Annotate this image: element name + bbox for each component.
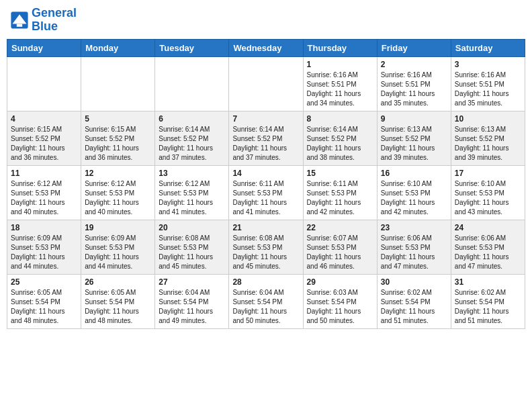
calendar-cell: 2Sunrise: 6:16 AM Sunset: 5:51 PM Daylig… — [377, 56, 451, 111]
calendar-cell: 11Sunrise: 6:12 AM Sunset: 5:53 PM Dayli… — [7, 165, 81, 220]
logo-icon — [10, 11, 29, 30]
cell-info: Sunrise: 6:15 AM Sunset: 5:52 PM Dayligh… — [85, 125, 151, 163]
calendar-week-row: 1Sunrise: 6:16 AM Sunset: 5:51 PM Daylig… — [7, 56, 525, 111]
day-number: 3 — [455, 60, 521, 69]
col-header-tuesday: Tuesday — [155, 39, 229, 56]
day-number: 6 — [159, 114, 225, 124]
calendar-cell: 25Sunrise: 6:05 AM Sunset: 5:54 PM Dayli… — [7, 274, 81, 328]
day-number: 22 — [307, 223, 373, 232]
calendar-cell: 12Sunrise: 6:12 AM Sunset: 5:53 PM Dayli… — [81, 165, 155, 220]
calendar-cell: 19Sunrise: 6:09 AM Sunset: 5:53 PM Dayli… — [81, 220, 155, 274]
day-number: 4 — [11, 114, 77, 124]
calendar-cell: 30Sunrise: 6:02 AM Sunset: 5:54 PM Dayli… — [377, 274, 451, 328]
cell-info: Sunrise: 6:04 AM Sunset: 5:54 PM Dayligh… — [232, 288, 299, 326]
day-number: 1 — [307, 60, 373, 69]
cell-info: Sunrise: 6:03 AM Sunset: 5:54 PM Dayligh… — [307, 288, 373, 326]
cell-info: Sunrise: 6:16 AM Sunset: 5:51 PM Dayligh… — [455, 71, 521, 108]
day-number: 14 — [232, 169, 299, 178]
logo: General Blue — [10, 7, 77, 34]
calendar-week-row: 25Sunrise: 6:05 AM Sunset: 5:54 PM Dayli… — [7, 274, 525, 328]
calendar-cell: 10Sunrise: 6:13 AM Sunset: 5:52 PM Dayli… — [451, 111, 525, 165]
cell-info: Sunrise: 6:06 AM Sunset: 5:53 PM Dayligh… — [381, 234, 447, 271]
col-header-wednesday: Wednesday — [229, 39, 303, 56]
cell-info: Sunrise: 6:12 AM Sunset: 5:53 PM Dayligh… — [11, 179, 77, 217]
calendar-cell: 13Sunrise: 6:12 AM Sunset: 5:53 PM Dayli… — [155, 165, 229, 220]
calendar-header-row: SundayMondayTuesdayWednesdayThursdayFrid… — [7, 39, 525, 56]
calendar-cell: 23Sunrise: 6:06 AM Sunset: 5:53 PM Dayli… — [377, 220, 451, 274]
cell-info: Sunrise: 6:10 AM Sunset: 5:53 PM Dayligh… — [455, 179, 521, 217]
calendar-table: SundayMondayTuesdayWednesdayThursdayFrid… — [7, 39, 525, 329]
day-number: 11 — [11, 169, 77, 178]
day-number: 21 — [232, 223, 299, 232]
day-number: 7 — [232, 114, 299, 124]
page-header: General Blue — [7, 7, 525, 34]
calendar-cell — [229, 56, 303, 111]
calendar-cell: 20Sunrise: 6:08 AM Sunset: 5:53 PM Dayli… — [155, 220, 229, 274]
calendar-cell: 7Sunrise: 6:14 AM Sunset: 5:52 PM Daylig… — [229, 111, 303, 165]
col-header-saturday: Saturday — [451, 39, 525, 56]
day-number: 29 — [307, 277, 373, 287]
calendar-cell: 18Sunrise: 6:09 AM Sunset: 5:53 PM Dayli… — [7, 220, 81, 274]
calendar-cell — [7, 56, 81, 111]
cell-info: Sunrise: 6:14 AM Sunset: 5:52 PM Dayligh… — [232, 125, 299, 163]
calendar-cell: 24Sunrise: 6:06 AM Sunset: 5:53 PM Dayli… — [451, 220, 525, 274]
calendar-week-row: 11Sunrise: 6:12 AM Sunset: 5:53 PM Dayli… — [7, 165, 525, 220]
cell-info: Sunrise: 6:09 AM Sunset: 5:53 PM Dayligh… — [85, 234, 151, 271]
cell-info: Sunrise: 6:04 AM Sunset: 5:54 PM Dayligh… — [159, 288, 225, 326]
cell-info: Sunrise: 6:11 AM Sunset: 5:53 PM Dayligh… — [232, 179, 299, 217]
calendar-cell: 5Sunrise: 6:15 AM Sunset: 5:52 PM Daylig… — [81, 111, 155, 165]
cell-info: Sunrise: 6:08 AM Sunset: 5:53 PM Dayligh… — [232, 234, 299, 271]
cell-info: Sunrise: 6:14 AM Sunset: 5:52 PM Dayligh… — [307, 125, 373, 163]
calendar-cell: 14Sunrise: 6:11 AM Sunset: 5:53 PM Dayli… — [229, 165, 303, 220]
calendar-cell: 31Sunrise: 6:02 AM Sunset: 5:54 PM Dayli… — [451, 274, 525, 328]
cell-info: Sunrise: 6:11 AM Sunset: 5:53 PM Dayligh… — [307, 179, 373, 217]
calendar-cell: 28Sunrise: 6:04 AM Sunset: 5:54 PM Dayli… — [229, 274, 303, 328]
calendar-cell: 22Sunrise: 6:07 AM Sunset: 5:53 PM Dayli… — [303, 220, 377, 274]
day-number: 5 — [85, 114, 151, 124]
day-number: 27 — [159, 277, 225, 287]
cell-info: Sunrise: 6:12 AM Sunset: 5:53 PM Dayligh… — [85, 179, 151, 217]
day-number: 2 — [381, 60, 447, 69]
svg-rect-2 — [17, 24, 22, 26]
calendar-cell: 15Sunrise: 6:11 AM Sunset: 5:53 PM Dayli… — [303, 165, 377, 220]
cell-info: Sunrise: 6:05 AM Sunset: 5:54 PM Dayligh… — [85, 288, 151, 326]
cell-info: Sunrise: 6:12 AM Sunset: 5:53 PM Dayligh… — [159, 179, 225, 217]
cell-info: Sunrise: 6:16 AM Sunset: 5:51 PM Dayligh… — [381, 71, 447, 108]
calendar-cell: 6Sunrise: 6:14 AM Sunset: 5:52 PM Daylig… — [155, 111, 229, 165]
cell-info: Sunrise: 6:14 AM Sunset: 5:52 PM Dayligh… — [159, 125, 225, 163]
day-number: 8 — [307, 114, 373, 124]
cell-info: Sunrise: 6:07 AM Sunset: 5:53 PM Dayligh… — [307, 234, 373, 271]
day-number: 17 — [455, 169, 521, 178]
day-number: 10 — [455, 114, 521, 124]
calendar-cell: 1Sunrise: 6:16 AM Sunset: 5:51 PM Daylig… — [303, 56, 377, 111]
day-number: 23 — [381, 223, 447, 232]
cell-info: Sunrise: 6:05 AM Sunset: 5:54 PM Dayligh… — [11, 288, 77, 326]
day-number: 12 — [85, 169, 151, 178]
day-number: 18 — [11, 223, 77, 232]
day-number: 13 — [159, 169, 225, 178]
day-number: 9 — [381, 114, 447, 124]
day-number: 19 — [85, 223, 151, 232]
calendar-week-row: 18Sunrise: 6:09 AM Sunset: 5:53 PM Dayli… — [7, 220, 525, 274]
cell-info: Sunrise: 6:08 AM Sunset: 5:53 PM Dayligh… — [159, 234, 225, 271]
cell-info: Sunrise: 6:10 AM Sunset: 5:53 PM Dayligh… — [381, 179, 447, 217]
day-number: 28 — [232, 277, 299, 287]
logo-general: General — [32, 6, 77, 19]
cell-info: Sunrise: 6:02 AM Sunset: 5:54 PM Dayligh… — [455, 288, 521, 326]
col-header-friday: Friday — [377, 39, 451, 56]
calendar-cell: 29Sunrise: 6:03 AM Sunset: 5:54 PM Dayli… — [303, 274, 377, 328]
day-number: 31 — [455, 277, 521, 287]
calendar-cell: 16Sunrise: 6:10 AM Sunset: 5:53 PM Dayli… — [377, 165, 451, 220]
cell-info: Sunrise: 6:15 AM Sunset: 5:52 PM Dayligh… — [11, 125, 77, 163]
day-number: 24 — [455, 223, 521, 232]
cell-info: Sunrise: 6:13 AM Sunset: 5:52 PM Dayligh… — [381, 125, 447, 163]
day-number: 15 — [307, 169, 373, 178]
calendar-cell — [81, 56, 155, 111]
calendar-cell: 21Sunrise: 6:08 AM Sunset: 5:53 PM Dayli… — [229, 220, 303, 274]
cell-info: Sunrise: 6:16 AM Sunset: 5:51 PM Dayligh… — [307, 71, 373, 108]
cell-info: Sunrise: 6:09 AM Sunset: 5:53 PM Dayligh… — [11, 234, 77, 271]
day-number: 26 — [85, 277, 151, 287]
col-header-sunday: Sunday — [7, 39, 81, 56]
day-number: 25 — [11, 277, 77, 287]
cell-info: Sunrise: 6:06 AM Sunset: 5:53 PM Dayligh… — [455, 234, 521, 271]
